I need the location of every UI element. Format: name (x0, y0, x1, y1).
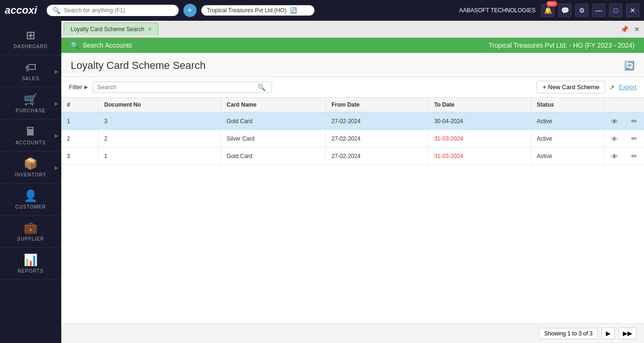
cell-num: 2 (61, 130, 99, 148)
col-view (604, 98, 625, 112)
cell-view-action[interactable]: 👁 (604, 112, 625, 130)
cell-view-action[interactable]: 👁 (604, 130, 625, 148)
global-search-input[interactable] (64, 7, 158, 14)
cell-edit-action[interactable]: ✏ (625, 130, 644, 148)
supplier-icon: 💼 (24, 221, 38, 234)
pagination-footer: Showing 1 to 3 of 3 ▶ ▶▶ (61, 323, 644, 343)
export-icon-button[interactable]: ↗ (609, 84, 615, 91)
sidebar-item-purchase[interactable]: 🛒 PURCHASE ▶ (0, 87, 61, 119)
sidebar-item-dashboard[interactable]: ⊞ DASHBOARD (0, 23, 61, 55)
search-icon: 🔍 (52, 7, 60, 14)
loyalty-card-table: # Document No Card Name From Date To Dat… (61, 98, 644, 165)
table-header-row: # Document No Card Name From Date To Dat… (61, 98, 644, 112)
col-num: # (61, 98, 99, 112)
loyalty-card-tab[interactable]: Loyalty Card Scheme Search × (64, 23, 158, 35)
sales-arrow-icon: ▶ (55, 68, 58, 74)
sidebar-item-supplier[interactable]: 💼 SUPPLIER (0, 216, 61, 248)
cell-status: Active (531, 112, 604, 130)
last-page-button[interactable]: ▶▶ (619, 327, 636, 339)
search-button[interactable]: 🔍 (257, 84, 265, 91)
cell-card-name: Silver Card (221, 130, 326, 148)
col-doc-no: Document No (99, 98, 221, 112)
table-row[interactable]: 1 3 Gold Card 27-02-2024 30-04-2024 Acti… (61, 112, 644, 130)
cell-edit-action[interactable]: ✏ (625, 148, 644, 165)
cell-doc-no: 2 (99, 130, 221, 148)
col-card-name: Card Name (221, 98, 326, 112)
company-selector[interactable]: Tropical Treasures Pvt Ltd.(HO) 🔄 (201, 5, 314, 16)
export-button[interactable]: Export (619, 84, 636, 91)
green-header-left: 🔍 Search Accounts (71, 42, 132, 49)
table-row[interactable]: 2 2 Silver Card 27-02-2024 31-03-2024 Ac… (61, 130, 644, 148)
minimize-icon[interactable]: — (592, 4, 605, 17)
sidebar-label-inventory: INVENTORY (15, 172, 47, 177)
next-page-button[interactable]: ▶ (602, 327, 615, 339)
company-refresh-icon[interactable]: 🔄 (290, 7, 297, 14)
tab-pin-button[interactable]: 📌 (619, 25, 630, 34)
edit-button[interactable]: ✏ (630, 116, 638, 126)
view-button[interactable]: 👁 (610, 117, 619, 126)
top-bar: accoxi 🔍 + Tropical Treasures Pvt Ltd.(H… (0, 0, 644, 21)
close-window-icon[interactable]: ✕ (626, 4, 639, 17)
filter-button[interactable]: Filter ▶ (69, 84, 88, 91)
view-button[interactable]: 👁 (610, 134, 619, 144)
maximize-icon[interactable]: □ (609, 4, 622, 17)
edit-button[interactable]: ✏ (630, 134, 638, 144)
cell-card-name: Gold Card (221, 148, 326, 165)
tab-label: Loyalty Card Scheme Search (71, 26, 144, 33)
edit-button[interactable]: ✏ (630, 151, 638, 161)
tab-close-icon[interactable]: × (148, 26, 151, 33)
filter-label: Filter (69, 84, 83, 91)
sidebar-item-reports[interactable]: 📊 REPORTS (0, 248, 61, 280)
sidebar-item-sales[interactable]: 🏷 SALES ▶ (0, 55, 61, 87)
main-layout: ⊞ DASHBOARD 🏷 SALES ▶ 🛒 PURCHASE ▶ 🖩 ACC… (0, 21, 644, 343)
search-input[interactable] (97, 84, 257, 91)
sidebar-label-reports: REPORTS (17, 268, 43, 274)
toolbar-right: + New Card Scheme ↗ Export (537, 81, 636, 93)
accounts-icon: 🖩 (25, 125, 36, 138)
cell-status: Active (531, 148, 604, 165)
add-button[interactable]: + (183, 4, 197, 17)
page-title-bar: Loyalty Card Scheme Search 🔄 (61, 53, 644, 77)
cell-from-date: 27-02-2024 (326, 148, 429, 165)
settings-icon[interactable]: ⚙ (575, 4, 588, 17)
col-edit (625, 98, 644, 112)
page-title: Loyalty Card Scheme Search (71, 59, 206, 72)
toolbar: Filter ▶ 🔍 + New Card Scheme ↗ Export (61, 77, 644, 98)
notification-badge[interactable]: 🔔 99+ (541, 4, 554, 17)
filter-arrow-icon: ▶ (84, 84, 88, 90)
accounts-arrow-icon: ▶ (55, 133, 58, 138)
sales-icon: 🏷 (25, 61, 36, 74)
page-refresh-button[interactable]: 🔄 (624, 60, 635, 71)
cell-doc-no: 3 (99, 112, 221, 130)
purchase-arrow-icon: ▶ (55, 100, 58, 106)
global-search-bar[interactable]: 🔍 (47, 5, 179, 16)
content-area: Loyalty Card Scheme Search × 📌 ✕ 🔍 Searc… (61, 21, 644, 343)
top-icons: 🔔 99+ 💬 ⚙ — □ ✕ (541, 4, 639, 17)
search-input-wrap[interactable]: 🔍 (93, 82, 272, 93)
cell-to-date: 31-03-2024 (428, 148, 531, 165)
company-name-full: AABASOFT TECHNOLOGIES (459, 7, 536, 14)
new-card-scheme-button[interactable]: + New Card Scheme (537, 81, 605, 93)
col-status: Status (531, 98, 604, 112)
sidebar-item-customer[interactable]: 👤 CUSTOMER (0, 184, 61, 216)
company-name-short: Tropical Treasures Pvt Ltd.(HO) (207, 7, 287, 14)
sidebar-item-inventory[interactable]: 📦 INVENTORY ▶ (0, 151, 61, 184)
reports-icon: 📊 (24, 253, 38, 267)
message-icon[interactable]: 💬 (558, 4, 571, 17)
cell-view-action[interactable]: 👁 (604, 148, 625, 165)
tab-expand-button[interactable]: ✕ (632, 25, 642, 34)
sidebar-label-supplier: SUPPLIER (17, 236, 44, 242)
green-header: 🔍 Search Accounts Tropical Treasures Pvt… (61, 38, 644, 53)
app-logo: accoxi (5, 4, 37, 17)
table-row[interactable]: 3 1 Gold Card 27-02-2024 31-03-2024 Acti… (61, 148, 644, 165)
notification-count: 99+ (546, 1, 557, 7)
cell-from-date: 27-02-2024 (326, 112, 429, 130)
sidebar-item-accounts[interactable]: 🖩 ACCOUNTS ▶ (0, 119, 61, 151)
sidebar-label-dashboard: DASHBOARD (14, 44, 48, 49)
cell-edit-action[interactable]: ✏ (625, 112, 644, 130)
sidebar-label-accounts: ACCOUNTS (16, 140, 46, 145)
col-to-date: To Date (428, 98, 531, 112)
purchase-icon: 🛒 (24, 93, 38, 106)
new-card-label: + New Card Scheme (543, 84, 599, 91)
view-button[interactable]: 👁 (610, 151, 619, 161)
